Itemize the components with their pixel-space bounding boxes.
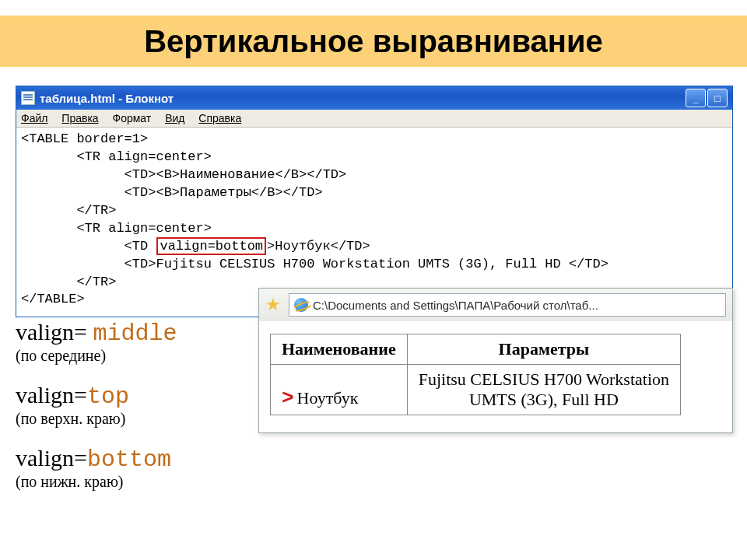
address-field[interactable]: C:\Documents and Settings\ПАПА\Рабочий с… <box>289 293 726 317</box>
menu-view[interactable]: Вид <box>165 112 184 124</box>
minimize-button[interactable]: _ <box>686 89 706 107</box>
cell-name: Ноутбук <box>297 388 359 408</box>
notepad-window: таблица.html - Блокнот _ □ Файл Правка Ф… <box>16 86 733 317</box>
th-name: Наименование <box>271 334 408 365</box>
valign-legend: valign= middle (по середине) valign=top … <box>16 319 177 508</box>
th-params: Параметры <box>407 334 680 365</box>
notepad-title: таблица.html - Блокнот <box>40 92 174 105</box>
browser-viewport: Наименование Параметры >Ноутбук Fujitsu … <box>259 321 732 432</box>
legend-middle: valign= middle (по середине) <box>16 319 177 365</box>
browser-addressbar: ★ C:\Documents and Settings\ПАПА\Рабочий… <box>259 289 732 321</box>
valign-marker-icon: > <box>282 387 294 410</box>
notepad-icon <box>21 91 35 105</box>
menu-edit[interactable]: Правка <box>61 112 98 124</box>
rendered-table: Наименование Параметры >Ноутбук Fujitsu … <box>270 334 681 415</box>
cell-params: Fujitsu CELSIUS H700 Workstation UMTS (3… <box>407 365 680 415</box>
ie-icon <box>294 298 308 312</box>
menu-format[interactable]: Формат <box>113 112 152 124</box>
highlighted-attr: valign=bottom <box>156 237 266 255</box>
legend-top: valign=top (по верхн. краю) <box>16 382 177 428</box>
slide-title-bar: Вертикальное выравнивание <box>0 16 747 67</box>
notepad-titlebar: таблица.html - Блокнот _ □ <box>16 86 732 110</box>
favorites-icon[interactable]: ★ <box>265 295 281 315</box>
menu-help[interactable]: Справка <box>198 112 241 124</box>
maximize-button[interactable]: □ <box>707 89 728 107</box>
slide-title: Вертикальное выравнивание <box>144 24 603 59</box>
legend-bottom: valign=bottom (по нижн. краю) <box>16 445 177 491</box>
menu-file[interactable]: Файл <box>21 112 47 124</box>
address-path: C:\Documents and Settings\ПАПА\Рабочий с… <box>313 299 598 312</box>
notepad-menubar: Файл Правка Формат Вид Справка <box>16 110 732 128</box>
window-buttons: _ □ <box>686 89 728 107</box>
browser-window: ★ C:\Documents and Settings\ПАПА\Рабочий… <box>258 288 733 433</box>
